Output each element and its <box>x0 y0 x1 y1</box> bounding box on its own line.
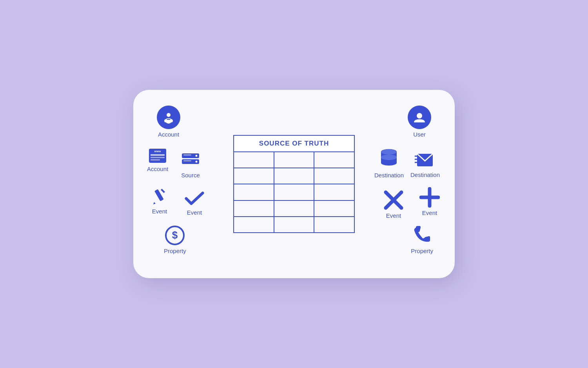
svg-point-21 <box>417 113 422 118</box>
destination-email-label: Destination <box>410 171 440 178</box>
property-right-label: Property <box>411 248 433 254</box>
event-plus-label: Event <box>422 210 437 216</box>
user-icon <box>408 106 431 129</box>
svg-text:WWW: WWW <box>154 150 161 153</box>
event-plus-icon-group: Event <box>419 187 440 216</box>
source-server-label: Source <box>181 172 200 179</box>
event-x-icon-group: Event <box>383 190 404 219</box>
event-check-icon-group: Event <box>184 190 205 216</box>
property-left-label: Property <box>164 248 186 254</box>
source-www-label: Account <box>147 166 168 172</box>
event-pencil-label: Event <box>152 208 167 215</box>
svg-rect-14 <box>183 155 191 155</box>
user-icon-group: User <box>408 106 431 138</box>
source-server-icon-group: Source <box>180 153 201 179</box>
main-card: SOURCE OF TRUTH <box>133 90 455 278</box>
event-check-label: Event <box>187 209 202 216</box>
svg-point-13 <box>196 161 198 163</box>
svg-rect-15 <box>183 160 191 161</box>
table-title: SOURCE OF TRUTH <box>259 140 329 147</box>
svg-rect-8 <box>151 157 165 158</box>
property-left-icon-group: $ Property <box>164 225 186 254</box>
svg-rect-9 <box>151 159 160 160</box>
svg-point-25 <box>381 149 397 155</box>
event-x-label: Event <box>386 212 401 219</box>
user-label: User <box>413 131 426 138</box>
svg-rect-6 <box>151 154 165 156</box>
event-pencil-icon-group: Event <box>151 187 168 215</box>
svg-text:$: $ <box>172 229 178 241</box>
account-icon <box>157 106 180 129</box>
destination-db-icon-group: Destination <box>374 148 404 179</box>
svg-marker-18 <box>161 189 165 193</box>
svg-point-0 <box>167 113 171 117</box>
destination-email-icon-group: Destination <box>410 151 440 178</box>
svg-point-11 <box>196 155 198 157</box>
account-label: Account <box>158 131 179 138</box>
source-www-icon-group: WWW Account <box>147 148 168 172</box>
svg-marker-16 <box>153 202 156 204</box>
account-icon-group: Account <box>157 106 180 138</box>
svg-point-24 <box>381 160 397 166</box>
destination-db-label: Destination <box>374 172 404 179</box>
svg-point-26 <box>381 155 397 160</box>
property-right-icon-group: Property <box>411 225 433 254</box>
source-of-truth-table: SOURCE OF TRUTH <box>233 135 355 233</box>
svg-point-3 <box>166 120 171 124</box>
